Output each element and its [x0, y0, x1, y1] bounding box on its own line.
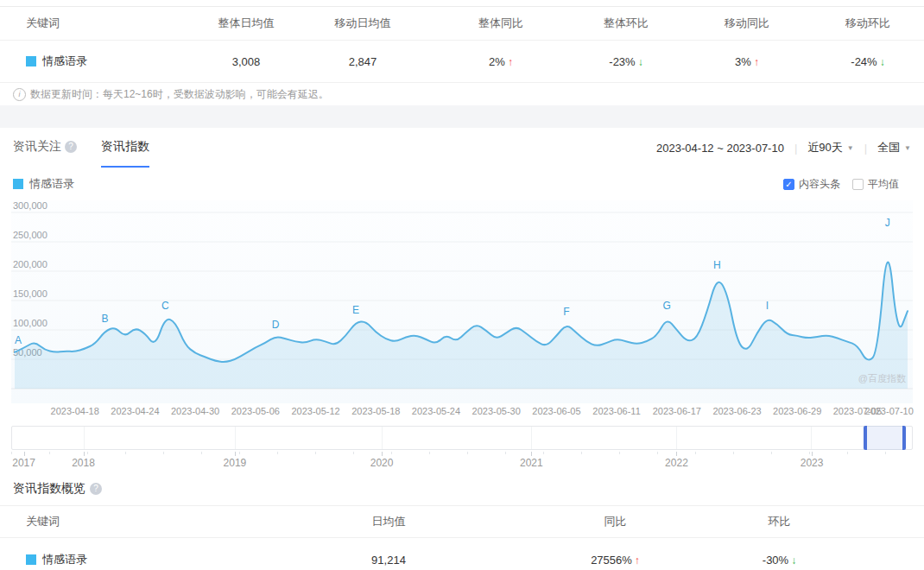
year-tick [531, 452, 532, 456]
series-color-swatch [13, 179, 23, 189]
year-label: 2018 [72, 457, 95, 469]
col-header-yoy: 同比 [535, 514, 695, 529]
slider-year-gridline [84, 427, 85, 449]
col-header-overall-daily: 整体日均值 [199, 16, 294, 31]
col-header-mom: 环比 [695, 514, 864, 529]
col-header-overall-yoy: 整体同比 [432, 16, 570, 31]
year-tick [812, 452, 813, 456]
region-dropdown[interactable]: 全国▼ [877, 140, 911, 155]
x-tick-label: 2023-06-17 [653, 406, 701, 416]
average-checkbox[interactable]: ✓ [852, 179, 864, 190]
data-update-note: i 数据更新时间：每天12~16时，受数据波动影响，可能会有延迟。 [0, 83, 924, 105]
trend-arrow-icon: ↑ [508, 56, 513, 68]
slider-year-gridline [531, 427, 532, 449]
keyword-cell[interactable]: 情感语录 [0, 552, 242, 567]
period-dropdown[interactable]: 近90天▼ [807, 140, 853, 155]
legend-bar: 情感语录 ✓ 内容头条 ✓ 平均值 [0, 171, 924, 197]
x-tick-label: 2023-05-30 [472, 406, 521, 416]
x-tick-label: 2023-06-23 [712, 406, 761, 416]
tab-news-attention[interactable]: 资讯关注 ? [13, 128, 77, 168]
col-header-keyword: 关键词 [0, 16, 199, 31]
slider-year-gridline [676, 427, 677, 449]
year-label: 2022 [665, 457, 688, 469]
legend-item-keyword[interactable]: 情感语录 [13, 176, 74, 192]
x-tick-label: 2023-04-30 [171, 406, 219, 416]
x-tick-label: 2023-06-29 [773, 406, 821, 416]
mom-value: -30%↓ [695, 554, 864, 567]
keyword-cell[interactable]: 情感语录 [0, 54, 199, 69]
col-header-mobile-mom: 移动环比 [812, 16, 924, 31]
slider-year-gridline [235, 427, 236, 449]
peak-marker: B [102, 313, 109, 325]
help-icon[interactable]: ? [65, 141, 77, 153]
overview-data-row: 情感语录 91,214 27556%↑ -30%↓ [0, 538, 924, 570]
overview-title: 资讯指数概览 ? [13, 479, 911, 498]
x-tick-label: 2023-04-18 [51, 406, 99, 416]
svg-text:100,000: 100,000 [13, 318, 47, 328]
svg-text:300,000: 300,000 [13, 200, 47, 211]
slider-selection-handle[interactable] [864, 426, 906, 450]
news-index-overview: 资讯指数概览 ? 关键词 日均值 同比 环比 情感语录 91,214 27556… [0, 479, 924, 570]
peak-marker: C [161, 300, 169, 312]
overall-daily-value: 3,008 [199, 55, 294, 68]
timeline-slider[interactable] [11, 426, 913, 450]
chevron-down-icon: ▼ [904, 144, 911, 152]
keyword-label: 情感语录 [42, 54, 87, 69]
col-header-mobile-daily: 移动日均值 [294, 16, 432, 31]
chevron-down-icon: ▼ [847, 144, 854, 152]
col-header-daily-avg: 日均值 [242, 514, 535, 529]
year-label: 2019 [224, 457, 247, 469]
mobile-yoy-value: 3%↑ [682, 55, 812, 68]
overall-yoy-value: 2%↑ [432, 55, 570, 68]
x-tick-label: 2023-04-24 [111, 406, 159, 416]
peak-marker: J [885, 217, 890, 229]
yoy-value: 27556%↑ [535, 554, 695, 567]
col-header-overall-mom: 整体环比 [570, 16, 682, 31]
overview-header-row: 关键词 日均值 同比 环比 [0, 505, 924, 538]
trend-arrow-icon: ↓ [791, 554, 796, 567]
peak-marker: A [15, 334, 22, 346]
peak-marker: H [713, 259, 721, 271]
x-tick-label: 2023-07-10 [865, 406, 914, 416]
chart-controls: 2023-04-12 ~ 2023-07-10 | 近90天▼ | 全国▼ [656, 128, 911, 168]
help-icon[interactable]: ? [90, 483, 102, 495]
trend-chart[interactable]: 50,000100,000150,000200,000250,000300,00… [0, 200, 924, 403]
info-icon: i [13, 88, 26, 101]
year-label: 2020 [370, 457, 394, 469]
date-range-display[interactable]: 2023-04-12 ~ 2023-07-10 [656, 142, 784, 155]
trend-arrow-icon: ↓ [638, 56, 643, 68]
x-tick-label: 2023-05-06 [231, 406, 280, 416]
svg-text:250,000: 250,000 [13, 230, 47, 240]
col-header-mobile-yoy: 移动同比 [682, 16, 812, 31]
keyword-stats-table: 关键词 整体日均值 移动日均值 整体同比 整体环比 移动同比 移动环比 情感语录… [0, 6, 924, 105]
x-tick-label: 2023-06-05 [532, 406, 580, 416]
keyword-label: 情感语录 [42, 552, 87, 567]
col-header-keyword: 关键词 [0, 514, 242, 529]
peak-marker: E [352, 304, 359, 316]
peak-marker: I [766, 300, 769, 312]
divider: | [794, 142, 797, 155]
content-headline-checkbox[interactable]: ✓ [783, 179, 794, 190]
chart-x-axis-labels: 2023-04-182023-04-242023-04-302023-05-06… [11, 403, 913, 419]
watermark: @百度指数 [858, 373, 906, 383]
year-tick [382, 452, 383, 456]
keyword-stats-header-row: 关键词 整体日均值 移动日均值 整体同比 整体环比 移动同比 移动环比 [0, 7, 924, 41]
year-label: 2021 [520, 457, 543, 469]
divider: | [864, 142, 867, 155]
tab-news-index[interactable]: 资讯指数 [101, 128, 149, 168]
peak-marker: G [663, 300, 671, 312]
year-tick [84, 452, 85, 456]
year-tick [676, 452, 677, 456]
daily-avg-value: 91,214 [242, 554, 535, 567]
overall-mom-value: -23%↓ [570, 55, 682, 68]
trend-arrow-icon: ↑ [635, 554, 640, 567]
tab-bar: 资讯关注 ? 资讯指数 2023-04-12 ~ 2023-07-10 | 近9… [0, 128, 924, 168]
x-tick-label: 2023-05-24 [412, 406, 460, 416]
year-tick [24, 452, 25, 456]
trend-arrow-icon: ↑ [754, 56, 759, 68]
section-separator [0, 105, 924, 128]
trend-arrow-icon: ↓ [880, 56, 885, 68]
average-label: 平均值 [868, 177, 899, 192]
series-color-swatch [26, 554, 36, 565]
year-label: 2017 [12, 457, 35, 469]
